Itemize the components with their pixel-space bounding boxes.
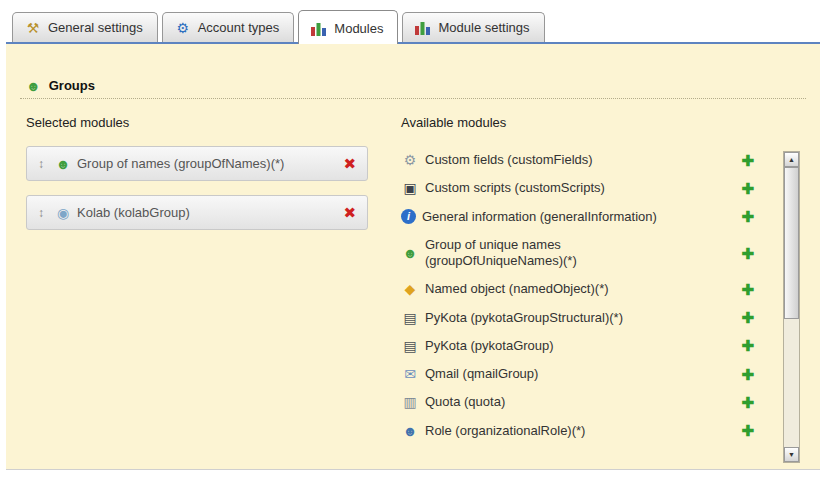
selected-modules-panel: Selected modules ↕ ☻ Group of names (gro… bbox=[26, 115, 401, 244]
tab-general-settings[interactable]: ⚒ General settings bbox=[12, 12, 158, 42]
module-label: PyKota (pykotaGroupStructural)(*) bbox=[425, 310, 623, 326]
terminal-icon: ▣ bbox=[401, 180, 419, 196]
available-module-row: ▤ PyKota (pykotaGroup) ✚ bbox=[401, 332, 754, 360]
document-icon: ▥ bbox=[401, 394, 419, 410]
module-columns: Selected modules ↕ ☻ Group of names (gro… bbox=[26, 115, 800, 445]
module-label: PyKota (pykotaGroup) bbox=[425, 338, 554, 354]
kolab-icon: ◉ bbox=[54, 205, 72, 221]
available-module-row: ☻ Role (organizationalRole)(*) ✚ bbox=[401, 417, 754, 445]
mail-icon: ✉ bbox=[401, 366, 419, 382]
section-title: Groups bbox=[49, 78, 95, 93]
module-label: Named object (namedObject)(*) bbox=[425, 281, 609, 297]
available-module-row: ⚙ Custom fields (customFields) ✚ bbox=[401, 146, 754, 174]
module-label: Role (organizationalRole)(*) bbox=[425, 423, 585, 439]
available-module-row: ▣ Custom scripts (customScripts) ✚ bbox=[401, 174, 754, 202]
scrollbar: ▲ ▼ bbox=[783, 151, 800, 463]
section-header: ☻ Groups bbox=[26, 78, 800, 93]
add-module-button[interactable]: ✚ bbox=[741, 209, 754, 224]
module-label: Group of unique names (groupOfUniqueName… bbox=[425, 237, 693, 270]
printer-icon: ▤ bbox=[401, 310, 419, 326]
add-module-button[interactable]: ✚ bbox=[741, 246, 754, 261]
group-icon: ☻ bbox=[401, 245, 419, 261]
tab-label: Module settings bbox=[438, 20, 529, 35]
groups-icon: ☻ bbox=[26, 79, 41, 93]
add-module-button[interactable]: ✚ bbox=[741, 423, 754, 438]
available-module-row: ☻ Group of unique names (groupOfUniqueNa… bbox=[401, 231, 754, 276]
section-divider bbox=[20, 98, 806, 99]
content-panel: ☻ Groups Selected modules ↕ ☻ Group of n… bbox=[6, 42, 820, 470]
available-module-row: ▥ Quota (quota) ✚ bbox=[401, 388, 754, 416]
tab-account-types[interactable]: ⚙ Account types bbox=[162, 12, 295, 42]
tab-label: General settings bbox=[48, 20, 143, 35]
module-label: Quota (quota) bbox=[425, 394, 505, 410]
tools-icon: ⚙ bbox=[401, 152, 419, 168]
add-module-button[interactable]: ✚ bbox=[741, 310, 754, 325]
add-module-button[interactable]: ✚ bbox=[741, 282, 754, 297]
lamp-icon: ◆ bbox=[401, 281, 419, 297]
module-label: Qmail (qmailGroup) bbox=[425, 366, 538, 382]
module-label: Group of names (groupOfNames)(*) bbox=[77, 156, 284, 171]
module-label: Custom scripts (customScripts) bbox=[425, 180, 605, 196]
remove-module-button[interactable]: ✖ bbox=[343, 156, 356, 171]
available-module-row: ✉ Qmail (qmailGroup) ✚ bbox=[401, 360, 754, 388]
tab-modules[interactable]: Modules bbox=[298, 10, 398, 44]
tab-label: Account types bbox=[198, 20, 280, 35]
group-icon: ☻ bbox=[54, 156, 72, 172]
add-module-button[interactable]: ✚ bbox=[741, 367, 754, 382]
drag-handle-icon[interactable]: ↕ bbox=[38, 157, 44, 171]
wrench-icon: ⚒ bbox=[25, 21, 41, 35]
add-module-button[interactable]: ✚ bbox=[741, 338, 754, 353]
scroll-down-button[interactable]: ▼ bbox=[784, 447, 799, 462]
add-module-button[interactable]: ✚ bbox=[741, 153, 754, 168]
module-label: General information (generalInformation) bbox=[422, 209, 657, 225]
tab-bar: ⚒ General settings ⚙ Account types Modul… bbox=[12, 0, 545, 42]
available-module-row: i General information (generalInformatio… bbox=[401, 203, 754, 231]
scroll-track[interactable] bbox=[784, 167, 799, 447]
printer-icon: ▤ bbox=[401, 338, 419, 354]
add-module-button[interactable]: ✚ bbox=[741, 181, 754, 196]
available-module-row: ▤ PyKota (pykotaGroupStructural)(*) ✚ bbox=[401, 304, 754, 332]
tab-label: Modules bbox=[334, 21, 383, 36]
gear-icon: ⚙ bbox=[175, 21, 191, 35]
drag-handle-icon[interactable]: ↕ bbox=[38, 206, 44, 220]
add-module-button[interactable]: ✚ bbox=[741, 395, 754, 410]
selected-modules-heading: Selected modules bbox=[26, 115, 401, 130]
selected-module-row: ↕ ☻ Group of names (groupOfNames)(*) ✖ bbox=[26, 146, 368, 181]
selected-module-row: ↕ ◉ Kolab (kolabGroup) ✖ bbox=[26, 195, 368, 230]
available-module-row: ◆ Named object (namedObject)(*) ✚ bbox=[401, 275, 754, 303]
available-modules-panel: Available modules ⚙ Custom fields (custo… bbox=[401, 115, 800, 445]
available-modules-heading: Available modules bbox=[401, 115, 754, 130]
scroll-thumb[interactable] bbox=[784, 167, 799, 319]
module-label: Kolab (kolabGroup) bbox=[77, 205, 190, 220]
tab-module-settings[interactable]: Module settings bbox=[402, 12, 544, 42]
available-modules-list: ⚙ Custom fields (customFields) ✚ ▣ Custo… bbox=[401, 146, 754, 445]
bar-chart-icon bbox=[415, 21, 431, 35]
remove-module-button[interactable]: ✖ bbox=[343, 205, 356, 220]
info-icon: i bbox=[401, 209, 416, 224]
bar-chart-icon bbox=[311, 22, 327, 36]
scroll-up-button[interactable]: ▲ bbox=[784, 152, 799, 167]
group-icon: ☻ bbox=[401, 423, 419, 439]
module-label: Custom fields (customFields) bbox=[425, 152, 593, 168]
